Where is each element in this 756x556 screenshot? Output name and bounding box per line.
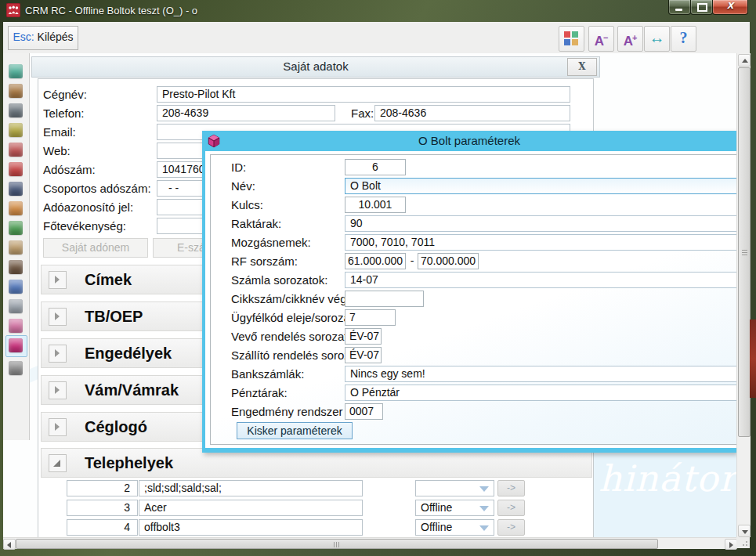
- id-field[interactable]: 6: [345, 159, 406, 175]
- money-icon[interactable]: [9, 221, 23, 235]
- site-open-button[interactable]: ->: [497, 519, 525, 536]
- scroll-left-button[interactable]: [3, 539, 16, 550]
- field-label: ID:: [231, 159, 246, 175]
- page: { "window": { "title": "CRM RC - Offline…: [0, 0, 756, 556]
- customer-code-field[interactable]: 7: [345, 309, 396, 326]
- key-field[interactable]: 10.001: [345, 197, 406, 213]
- resize-grip[interactable]: [736, 537, 750, 548]
- discount-system-field[interactable]: 0007: [345, 403, 383, 420]
- window-title: CRM RC - Offline Boltok teszt (O_) - o: [25, 5, 197, 16]
- dialog-titlebar: O Bolt paraméterek: [202, 131, 736, 151]
- field-label: Web:: [43, 143, 71, 159]
- own-data-header: Saját adatok: [31, 56, 600, 78]
- site-mode-dropdown[interactable]: [415, 480, 494, 496]
- rf-serial-from-field[interactable]: 61.000.000: [345, 253, 406, 269]
- close-window-button[interactable]: X: [712, 0, 748, 15]
- palette-icon[interactable]: [9, 319, 23, 333]
- cash-registers-field[interactable]: O Pénztár: [345, 385, 736, 401]
- briefcase-icon[interactable]: [9, 260, 23, 274]
- horizontal-scroll-thumb[interactable]: [16, 539, 658, 549]
- help-button[interactable]: ?: [671, 26, 696, 52]
- close-panel-button[interactable]: X: [567, 58, 597, 76]
- field-label: Fax:: [351, 105, 374, 121]
- supplier-order-series-field[interactable]: ÉV-07: [345, 347, 382, 363]
- main-toolbar: Esc: Kilépés A− A+ ↔ ?: [3, 22, 750, 54]
- movement-types-field[interactable]: 7000, 7010, 7011: [345, 234, 736, 251]
- maximize-button[interactable]: [690, 0, 713, 15]
- vertical-scroll-thumb[interactable]: [738, 67, 751, 437]
- book-icon[interactable]: [9, 182, 23, 196]
- expand-toggle-icon[interactable]: [49, 381, 67, 399]
- minimize-button[interactable]: [668, 0, 691, 15]
- expand-toggle-icon[interactable]: [49, 345, 67, 363]
- tools-icon[interactable]: [9, 84, 23, 98]
- phone-icon[interactable]: [9, 162, 23, 176]
- flask-icon[interactable]: [9, 201, 23, 215]
- left-icon-toolbar: [3, 53, 30, 440]
- site-id-field[interactable]: 3: [67, 500, 138, 516]
- dialog-content: ID: 6 Név: O Bolt Kulcs: 10.001 Raktárak…: [205, 151, 736, 448]
- expand-toggle-icon[interactable]: [49, 418, 67, 436]
- site-name-field[interactable]: offbolt3: [139, 519, 363, 536]
- expand-toggle-icon[interactable]: [49, 271, 67, 289]
- window-titlebar: CRM RC - Offline Boltok teszt (O_) - o X: [0, 0, 756, 22]
- site-open-button[interactable]: ->: [497, 480, 525, 496]
- name-field[interactable]: O Bolt: [345, 178, 736, 194]
- field-label: Szállító rendelés sorozat:: [231, 347, 363, 363]
- package-icon[interactable]: [9, 64, 23, 78]
- globe-icon[interactable]: [9, 143, 23, 157]
- field-label: Vevő rendelés sorozat:: [231, 328, 351, 345]
- field-label: RF sorszám:: [231, 253, 298, 269]
- horizontal-scrollbar[interactable]: [3, 537, 736, 549]
- printer-icon[interactable]: [9, 103, 23, 117]
- customer-order-series-field[interactable]: ÉV-07: [345, 328, 382, 345]
- expand-toggle-icon[interactable]: [49, 308, 67, 326]
- site-id-field[interactable]: 2: [67, 480, 138, 496]
- field-label: Telefon:: [43, 105, 85, 121]
- chart-icon[interactable]: [9, 280, 23, 294]
- fax-field[interactable]: 208-4636: [374, 105, 570, 121]
- font-plus-icon: A+: [624, 34, 638, 49]
- field-label: Adóazonosító jel:: [43, 199, 133, 215]
- site-id-field[interactable]: 4: [67, 519, 138, 536]
- site-mode-dropdown[interactable]: Offline: [415, 519, 494, 536]
- bank-accounts-field[interactable]: Nincs egy sem!: [345, 366, 736, 382]
- chevron-down-icon: [479, 525, 489, 531]
- color-grid-icon: [564, 31, 578, 45]
- gear-icon[interactable]: [9, 361, 23, 375]
- vertical-scrollbar[interactable]: [736, 53, 751, 537]
- font-larger-button[interactable]: A+: [617, 26, 643, 52]
- scroll-grip: [334, 542, 340, 547]
- scroll-up-button[interactable]: [738, 54, 751, 67]
- site-open-button[interactable]: ->: [497, 500, 525, 516]
- chevron-down-icon: [479, 506, 489, 511]
- item-number-suffix-field[interactable]: [345, 291, 424, 307]
- own-tax-type-button[interactable]: Saját adónem: [43, 238, 148, 258]
- field-label: Cégnév:: [43, 86, 87, 103]
- site-name-field[interactable]: ;sld;sdl;sald;sal;: [139, 480, 363, 496]
- field-label: Kulcs:: [231, 197, 263, 213]
- phone-field[interactable]: 208-4639: [157, 105, 335, 121]
- site-mode-dropdown[interactable]: Offline: [415, 500, 494, 516]
- rf-serial-to-field[interactable]: 70.000.000: [418, 253, 479, 269]
- theme-button[interactable]: [559, 26, 584, 52]
- cube-icon[interactable]: [9, 338, 23, 352]
- coins-icon[interactable]: [9, 123, 23, 137]
- exit-button[interactable]: Esc: Kilépés: [8, 26, 78, 50]
- warehouses-field[interactable]: 90: [345, 215, 736, 232]
- field-label: Bankszámlák:: [231, 366, 304, 382]
- company-name-field[interactable]: Presto-Pilot Kft: [157, 86, 570, 103]
- site-name-field[interactable]: Acer: [139, 500, 363, 516]
- field-label: Cikkszám/cikknév vége:: [231, 291, 356, 307]
- retail-parameters-button[interactable]: Kisker paraméterek: [237, 422, 353, 439]
- font-smaller-button[interactable]: A−: [588, 26, 614, 52]
- invoice-series-field[interactable]: 14-07: [345, 272, 736, 288]
- dialog-title: O Bolt paraméterek: [202, 134, 736, 147]
- font-minus-icon: A−: [595, 34, 609, 49]
- scroll-down-button[interactable]: [738, 525, 751, 537]
- scroll-right-button[interactable]: [725, 539, 737, 550]
- collapse-toggle-icon[interactable]: [49, 454, 67, 472]
- mail-icon[interactable]: [9, 299, 23, 313]
- resize-button[interactable]: ↔: [644, 26, 670, 52]
- parcel-icon[interactable]: [9, 240, 23, 255]
